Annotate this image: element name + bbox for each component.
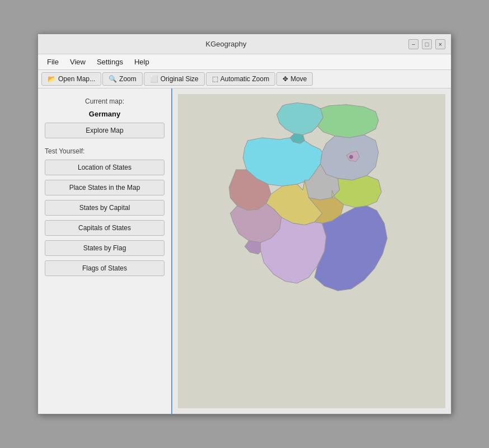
menu-view[interactable]: View: [65, 57, 90, 67]
svg-point-1: [350, 155, 353, 158]
open-map-icon: 📂: [48, 75, 56, 83]
zoom-icon: 🔍: [109, 75, 117, 83]
place-states-button[interactable]: Place States in the Map: [45, 180, 164, 195]
menu-file[interactable]: File: [43, 57, 63, 67]
menu-bar: File View Settings Help: [38, 54, 451, 70]
zoom-button[interactable]: 🔍 Zoom: [102, 72, 143, 86]
location-of-states-button[interactable]: Location of States: [45, 160, 164, 175]
germany-map-svg[interactable]: [178, 94, 445, 408]
open-map-button[interactable]: 📂 Open Map...: [41, 72, 101, 86]
sidebar: Current map: Germany Explore Map Test Yo…: [38, 88, 172, 414]
explore-map-button[interactable]: Explore Map: [45, 123, 164, 138]
current-map-name: Germany: [45, 110, 164, 118]
title-bar: KGeography − □ ×: [38, 34, 451, 54]
toolbar: 📂 Open Map... 🔍 Zoom ⬜ Original Size ⬚ A…: [38, 70, 451, 88]
flags-of-states-button[interactable]: Flags of States: [45, 260, 164, 276]
states-by-capital-button[interactable]: States by Capital: [45, 200, 164, 216]
automatic-zoom-icon: ⬚: [212, 75, 218, 83]
window-title: KGeography: [44, 40, 408, 48]
main-window: KGeography − □ × File View Settings Help…: [37, 34, 452, 414]
automatic-zoom-button[interactable]: ⬚ Automatic Zoom: [206, 72, 275, 86]
original-size-icon: ⬜: [150, 75, 158, 83]
current-map-label: Current map:: [45, 97, 164, 105]
map-area[interactable]: [172, 88, 451, 414]
menu-help[interactable]: Help: [130, 57, 154, 67]
move-icon: ✥: [283, 75, 288, 83]
capitals-of-states-button[interactable]: Capitals of States: [45, 220, 164, 236]
states-by-flag-button[interactable]: States by Flag: [45, 240, 164, 256]
minimize-button[interactable]: −: [408, 39, 419, 49]
content-area: Current map: Germany Explore Map Test Yo…: [38, 88, 451, 414]
test-yourself-label: Test Yourself:: [45, 147, 164, 155]
maximize-button[interactable]: □: [422, 39, 432, 49]
close-button[interactable]: ×: [435, 39, 445, 49]
original-size-button[interactable]: ⬜ Original Size: [144, 72, 205, 86]
map-container[interactable]: [178, 94, 445, 408]
menu-settings[interactable]: Settings: [92, 57, 128, 67]
move-button[interactable]: ✥ Move: [276, 72, 313, 86]
window-controls: − □ ×: [408, 39, 445, 49]
